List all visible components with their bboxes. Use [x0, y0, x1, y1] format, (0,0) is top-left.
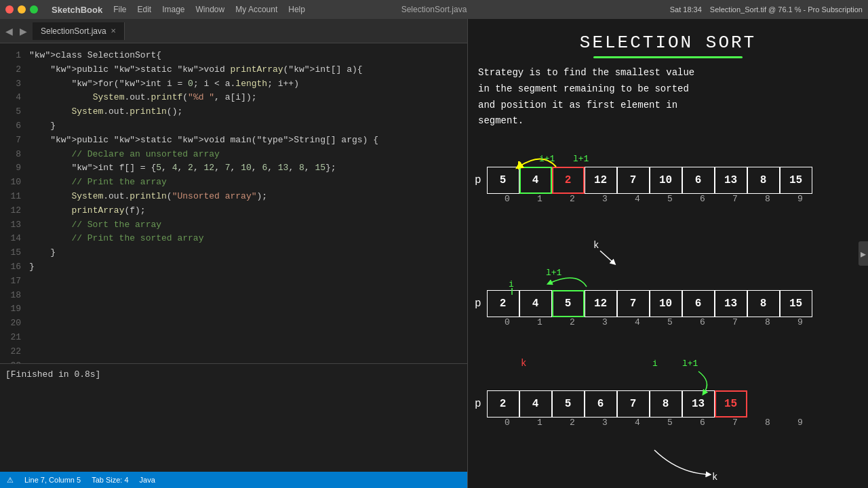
traffic-lights [5, 5, 38, 14]
line-number-19: 19 [3, 302, 21, 317]
array-cell-0: 2 [487, 390, 519, 418]
array-cell-4: 7 [617, 167, 650, 194]
tab-next-button[interactable]: ▶ [17, 24, 30, 38]
strategy-line-3: and position it as first element in [478, 98, 861, 114]
code-line-12: // Print the array [29, 176, 462, 190]
index-cell-2: 2 [556, 317, 589, 327]
whiteboard-title: SELECTION SORT [580, 33, 756, 53]
tab-prev-button[interactable]: ◀ [3, 24, 16, 38]
menu-window[interactable]: Window [196, 5, 225, 14]
menu-help[interactable]: Help [288, 5, 305, 14]
line-number-5: 5 [3, 105, 21, 119]
array-cell-9: 15 [780, 290, 812, 317]
index-cell-1: 1 [524, 418, 556, 428]
language-status: Java [140, 476, 155, 484]
array2-container: p 24512710613815 0123456789 [475, 290, 816, 327]
array1-grid: 54212710613815 [487, 167, 812, 194]
menu-account[interactable]: My Account [235, 5, 277, 14]
index-cell-9: 9 [784, 418, 816, 428]
close-button[interactable] [5, 5, 14, 14]
array3-p-label: p [475, 398, 481, 410]
code-line-3: "kw">for("kw">int i = 0; i < a.length; i… [29, 77, 462, 92]
code-line-4: System.out.printf("%d ", a[i]); [29, 91, 462, 105]
array-cell-6: 13 [682, 390, 715, 418]
status-bar: ⚠ Line 7, Column 5 Tab Size: 4 Java [0, 472, 467, 488]
index-cell-2: 2 [556, 418, 589, 428]
array-cell-5: 8 [650, 390, 682, 418]
array-cell-1: 4 [519, 290, 552, 317]
strategy-line-1: Strategy is to find the smallest value [478, 65, 861, 81]
code-line-8: "kw">public "kw">static "kw">void main("… [29, 134, 462, 148]
code-line-10: "kw">int f[] = {5, 4, 2, 12, 7, 10, 6, 1… [29, 161, 462, 176]
line-number-14: 14 [3, 232, 21, 246]
code-line-6: } [29, 119, 462, 134]
line-numbers: 123456789101112131415161718192021222324 [0, 43, 24, 363]
terminal-output: [Finished in 0.8s] [5, 369, 100, 380]
svg-text:k: k [593, 240, 599, 251]
side-toggle-button[interactable]: ▸ [859, 241, 868, 266]
array-cell-9: 15 [780, 167, 812, 194]
array-cell-1: 4 [519, 167, 552, 194]
index-cell-0: 0 [491, 194, 524, 204]
code-line-21: } [29, 246, 462, 260]
array-cell-2: 2 [552, 167, 585, 194]
index-cell-3: 3 [589, 317, 621, 327]
array3-grid: 2456781315 [487, 390, 747, 418]
maximize-button[interactable] [30, 5, 38, 14]
array-cell-3: 12 [585, 167, 617, 194]
index-cell-6: 6 [686, 418, 719, 428]
array-cell-2: 5 [552, 290, 585, 317]
array-cell-7: 13 [715, 167, 747, 194]
array-cell-6: 6 [682, 290, 715, 317]
strategy-text: Strategy is to find the smallest value i… [478, 65, 861, 129]
status-icon: ⚠ [7, 476, 14, 485]
title-bar: SketchBook File Edit Image Window My Acc… [0, 0, 868, 19]
tab-close-button[interactable]: ✕ [111, 27, 116, 35]
index-cell-4: 4 [621, 317, 654, 327]
line-number-2: 2 [3, 63, 21, 77]
main-container: ◀ ▶ SelectionSort.java ✕ 123456789101112… [0, 19, 868, 488]
index-cell-8: 8 [751, 317, 784, 327]
line-number-13: 13 [3, 218, 21, 232]
menu-image[interactable]: Image [162, 5, 184, 14]
array-cell-7: 15 [715, 390, 747, 418]
array-cell-4: 7 [617, 390, 650, 418]
menu-edit[interactable]: Edit [137, 5, 151, 14]
array-cell-8: 8 [747, 167, 780, 194]
code-line-1: "kw">class SelectionSort{ [29, 49, 462, 63]
array-cell-3: 12 [585, 290, 617, 317]
array1-container: p 54212710613815 0123456789 [475, 167, 816, 204]
minimize-button[interactable] [18, 5, 26, 14]
index-cell-7: 7 [719, 194, 751, 204]
svg-text:i+1: i+1 [539, 154, 555, 164]
line-number-7: 7 [3, 134, 21, 148]
menu-file[interactable]: File [113, 5, 126, 14]
array-cell-5: 10 [650, 290, 682, 317]
index-cell-0: 0 [491, 418, 524, 428]
svg-text:i: i [509, 279, 514, 289]
code-content[interactable]: "kw">class SelectionSort{ "kw">public "k… [24, 43, 467, 363]
index-cell-6: 6 [686, 317, 719, 327]
line-col-status: Line 7, Column 5 [24, 476, 81, 484]
array-cell-3: 6 [585, 390, 617, 418]
editor-tab[interactable]: SelectionSort.java ✕ [33, 22, 125, 40]
code-area[interactable]: 123456789101112131415161718192021222324 … [0, 43, 467, 363]
array-cell-6: 6 [682, 167, 715, 194]
title-time: Sat 18:34 [670, 5, 702, 14]
index-cell-5: 5 [654, 194, 686, 204]
svg-text:k: k [521, 358, 526, 369]
array1-p-label: p [475, 174, 481, 186]
array2-grid: 24512710613815 [487, 290, 812, 317]
index-cell-7: 7 [719, 317, 751, 327]
line-number-22: 22 [3, 345, 21, 359]
line-number-11: 11 [3, 190, 21, 204]
code-line-16: // Sort the array [29, 218, 462, 232]
line-number-21: 21 [3, 331, 21, 345]
index-cell-2: 2 [556, 194, 589, 204]
code-line-13: System.out.println("Unsorted array"); [29, 190, 462, 204]
index-cell-3: 3 [589, 418, 621, 428]
title-zoom-info: Selection_Sort.tif @ 76.1 % - Pro Subscr… [710, 5, 863, 14]
array-cell-0: 5 [487, 167, 519, 194]
title-bar-filename: SelectionSort.java [401, 5, 467, 14]
line-number-6: 6 [3, 119, 21, 134]
